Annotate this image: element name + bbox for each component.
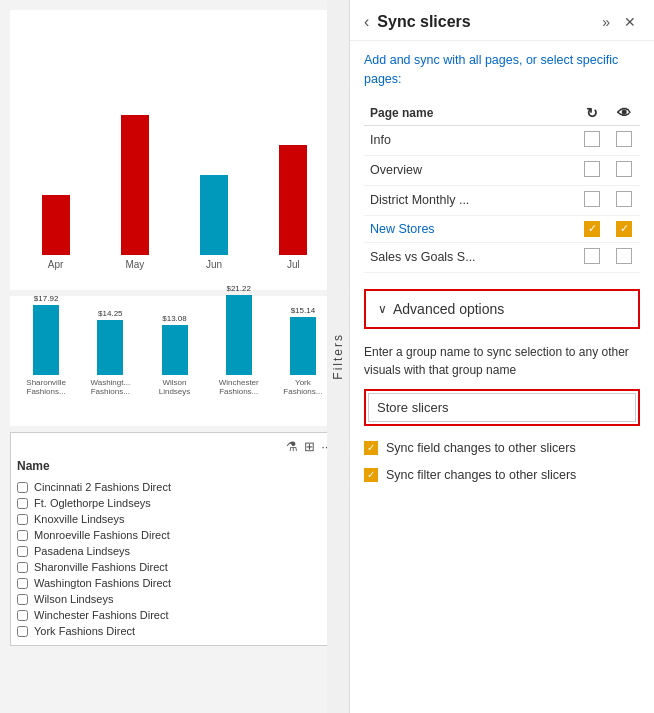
refresh-header-icon: ↻ xyxy=(586,105,598,121)
slicer-checkbox[interactable] xyxy=(17,626,28,637)
bar-label: May xyxy=(125,259,144,270)
slicer-items-container: Cincinnati 2 Fashions Direct Ft. Ogletho… xyxy=(17,479,332,639)
slicer-item-label: Knoxville Lindseys xyxy=(34,513,125,525)
sync-option: ✓ Sync field changes to other slicers xyxy=(364,440,640,458)
expand-icon[interactable]: ⊞ xyxy=(304,439,315,454)
bar2-value: $21.22 xyxy=(226,284,250,293)
bar2-label: WinchesterFashions... xyxy=(219,378,259,396)
bar-label: Jun xyxy=(206,259,222,270)
left-panel: Apr May Jun Jul $17.92 SharonvilleFashio… xyxy=(0,0,350,713)
eye-header-icon: 👁 xyxy=(617,105,631,121)
bar xyxy=(200,175,228,255)
bar-group: Jun xyxy=(179,175,250,270)
slicer-item[interactable]: Monroeville Fashions Direct xyxy=(17,527,332,543)
bar-chart-2: $17.92 SharonvilleFashions... $14.25 Was… xyxy=(10,296,339,426)
row-eye-cell[interactable]: ✓ xyxy=(608,215,640,242)
slicer-item-label: Monroeville Fashions Direct xyxy=(34,529,170,541)
row-page-name: Sales vs Goals S... xyxy=(364,242,576,272)
row-refresh-cell[interactable]: ✓ xyxy=(576,215,608,242)
slicer-checkbox[interactable] xyxy=(17,514,28,525)
slicer-item-label: Cincinnati 2 Fashions Direct xyxy=(34,481,171,493)
slicer-checkbox[interactable] xyxy=(17,578,28,589)
slicer-item[interactable]: Wilson Lindseys xyxy=(17,591,332,607)
slicer-item-label: Washington Fashions Direct xyxy=(34,577,171,589)
close-button[interactable]: ✕ xyxy=(620,12,640,32)
row-eye-cell[interactable] xyxy=(608,125,640,155)
col-eye-header: 👁 xyxy=(608,101,640,126)
bar2 xyxy=(97,320,123,375)
slicer-checkbox[interactable] xyxy=(17,482,28,493)
bar2-value: $13.08 xyxy=(162,314,186,323)
bar2-group: $15.14 YorkFashions... xyxy=(272,306,334,396)
row-eye-cell[interactable] xyxy=(608,242,640,272)
eye-checkbox[interactable] xyxy=(616,191,632,207)
slicer-checkbox[interactable] xyxy=(17,530,28,541)
slicer-item-label: Pasadena Lindseys xyxy=(34,545,130,557)
slicer-item[interactable]: Sharonville Fashions Direct xyxy=(17,559,332,575)
refresh-checkbox[interactable] xyxy=(584,131,600,147)
sync-option: ✓ Sync filter changes to other slicers xyxy=(364,467,640,485)
sync-all-link[interactable]: Add and sync with all pages, or select s… xyxy=(364,51,640,89)
slicer-item[interactable]: Winchester Fashions Direct xyxy=(17,607,332,623)
panel-body: Add and sync with all pages, or select s… xyxy=(350,41,654,713)
table-row: Overview xyxy=(364,155,640,185)
advanced-title: Advanced options xyxy=(393,301,504,317)
table-row: Info xyxy=(364,125,640,155)
eye-checkbox[interactable] xyxy=(616,161,632,177)
bar2 xyxy=(290,317,316,375)
slicer-item[interactable]: Pasadena Lindseys xyxy=(17,543,332,559)
right-panel: ‹ Sync slicers » ✕ Add and sync with all… xyxy=(350,0,654,713)
slicer-item[interactable]: Cincinnati 2 Fashions Direct xyxy=(17,479,332,495)
row-refresh-cell[interactable] xyxy=(576,185,608,215)
row-refresh-cell[interactable] xyxy=(576,125,608,155)
back-button[interactable]: ‹ xyxy=(364,13,369,31)
row-eye-cell[interactable] xyxy=(608,155,640,185)
bar2-label: YorkFashions... xyxy=(283,378,322,396)
row-refresh-cell[interactable] xyxy=(576,155,608,185)
slicer-item[interactable]: York Fashions Direct xyxy=(17,623,332,639)
eye-checkbox[interactable] xyxy=(616,131,632,147)
bar2-group: $14.25 Washingt...Fashions... xyxy=(79,309,141,396)
slicer-item[interactable]: Washington Fashions Direct xyxy=(17,575,332,591)
filters-label-container: Filters xyxy=(327,0,349,713)
refresh-checkbox[interactable] xyxy=(584,248,600,264)
sync-option-label: Sync filter changes to other slicers xyxy=(386,467,576,485)
slicer-item-label: Ft. Oglethorpe Lindseys xyxy=(34,497,151,509)
bar-label: Apr xyxy=(48,259,64,270)
advanced-options-section[interactable]: ∨ Advanced options xyxy=(364,289,640,329)
bar2-label: WilsonLindseys xyxy=(159,378,191,396)
eye-checkbox[interactable] xyxy=(616,248,632,264)
pages-table-body: Info Overview District Monthly ... New S… xyxy=(364,125,640,272)
slicer-checkbox[interactable] xyxy=(17,594,28,605)
refresh-checkbox-checked[interactable]: ✓ xyxy=(584,221,600,237)
row-refresh-cell[interactable] xyxy=(576,242,608,272)
sync-option-checkbox[interactable]: ✓ xyxy=(364,441,378,455)
panel-title: Sync slicers xyxy=(377,13,598,31)
eye-checkbox-checked[interactable]: ✓ xyxy=(616,221,632,237)
bar-group: Jul xyxy=(258,145,329,270)
group-name-input[interactable] xyxy=(368,393,636,422)
slicer-checkbox[interactable] xyxy=(17,498,28,509)
slicer-item-label: York Fashions Direct xyxy=(34,625,135,637)
bar2 xyxy=(33,305,59,375)
slicer-item[interactable]: Knoxville Lindseys xyxy=(17,511,332,527)
row-page-name: New Stores xyxy=(364,215,576,242)
slicer-panel: ⚗ ⊞ ··· Name Cincinnati 2 Fashions Direc… xyxy=(10,432,339,646)
slicer-checkbox[interactable] xyxy=(17,610,28,621)
filter-icon[interactable]: ⚗ xyxy=(286,439,298,454)
refresh-checkbox[interactable] xyxy=(584,191,600,207)
sync-option-label: Sync field changes to other slicers xyxy=(386,440,576,458)
row-eye-cell[interactable] xyxy=(608,185,640,215)
bar-label: Jul xyxy=(287,259,300,270)
bar2-value: $17.92 xyxy=(34,294,58,303)
refresh-checkbox[interactable] xyxy=(584,161,600,177)
slicer-checkbox[interactable] xyxy=(17,546,28,557)
slicer-item-label: Wilson Lindseys xyxy=(34,593,113,605)
row-page-name: District Monthly ... xyxy=(364,185,576,215)
sync-option-checkbox[interactable]: ✓ xyxy=(364,468,378,482)
table-row: Sales vs Goals S... xyxy=(364,242,640,272)
bar-group: Apr xyxy=(20,195,91,270)
slicer-item[interactable]: Ft. Oglethorpe Lindseys xyxy=(17,495,332,511)
slicer-checkbox[interactable] xyxy=(17,562,28,573)
expand-button[interactable]: » xyxy=(598,12,614,32)
